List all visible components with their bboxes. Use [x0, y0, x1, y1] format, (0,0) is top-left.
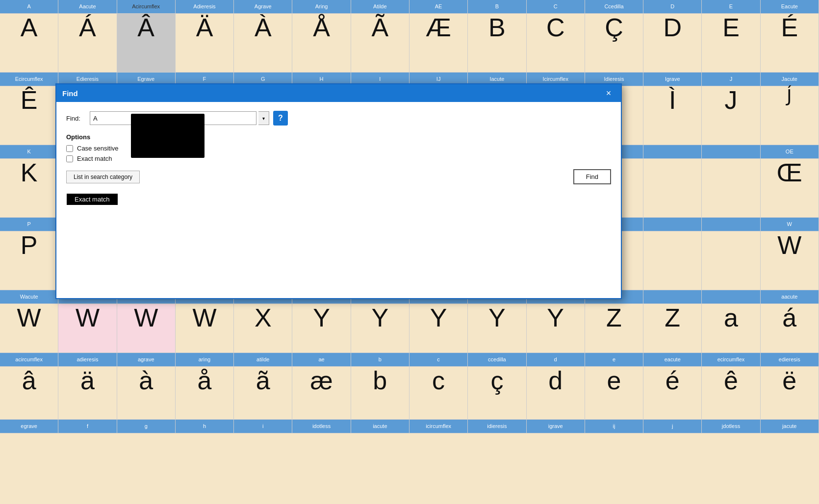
col-header-adieresis[interactable]: adieresis — [58, 353, 117, 367]
exact-match-checkbox[interactable] — [66, 155, 73, 162]
cell-edieresis-lower[interactable]: ë — [761, 367, 819, 420]
col-header-j[interactable]: j — [643, 420, 702, 433]
cell-a-lower[interactable]: a — [702, 304, 760, 353]
cell-K[interactable]: K — [0, 159, 58, 218]
find-button[interactable]: Find — [573, 169, 611, 184]
col-header-acircumflex[interactable]: acircumflex — [0, 353, 58, 367]
cell-Aring[interactable]: Å — [292, 14, 351, 73]
col-header-d[interactable]: d — [527, 353, 585, 367]
col-header-OE[interactable]: OE — [761, 145, 819, 159]
col-header-K[interactable]: K — [0, 145, 58, 159]
cell-Eacute[interactable]: É — [761, 14, 819, 73]
cell-Ecircumflex[interactable]: Ê — [0, 86, 58, 145]
cell-atilde[interactable]: ã — [234, 367, 292, 420]
cell-E[interactable]: E — [702, 14, 760, 73]
col-header-P[interactable]: P — [0, 218, 58, 231]
col-header-ccedilla[interactable]: ccedilla — [468, 353, 526, 367]
col-header-aring[interactable]: aring — [176, 353, 234, 367]
col-header-aacute[interactable]: aacute — [761, 290, 819, 304]
cell-W-pink2[interactable]: W — [117, 304, 176, 353]
col-header-Ccedilla[interactable]: Ccedilla — [585, 0, 643, 14]
find-help-button[interactable]: ? — [273, 111, 288, 126]
cell-Y1[interactable]: Y — [292, 304, 351, 353]
cell-W-pink[interactable]: W — [58, 304, 117, 353]
col-header-g[interactable]: g — [117, 420, 176, 433]
cell-OE[interactable]: Œ — [761, 159, 819, 218]
col-header-agrave[interactable]: agrave — [117, 353, 176, 367]
col-header-C[interactable]: C — [527, 0, 585, 14]
cell-Y3[interactable]: Y — [410, 304, 468, 353]
cell-Y4[interactable]: Y — [468, 304, 526, 353]
cell-Agrave[interactable]: À — [234, 14, 292, 73]
col-header-atilde[interactable]: atilde — [234, 353, 292, 367]
dialog-close-button[interactable]: × — [602, 87, 615, 100]
col-header-edieresis[interactable]: edieresis — [761, 353, 819, 367]
cell-C[interactable]: C — [527, 14, 585, 73]
col-header-idieresis[interactable]: idieresis — [468, 420, 526, 433]
col-header-A[interactable]: A — [0, 0, 58, 14]
find-dropdown-arrow[interactable]: ▾ — [258, 111, 269, 125]
cell-aacute-lower[interactable]: á — [761, 304, 819, 353]
col-header-D[interactable]: D — [643, 0, 702, 14]
cell-Jacute[interactable]: J́ — [761, 86, 819, 145]
col-header-f[interactable]: f — [58, 420, 117, 433]
col-header-jdotless[interactable]: jdotless — [702, 420, 760, 433]
cell-W3[interactable]: W — [176, 304, 234, 353]
col-header-Wacute[interactable]: Wacute — [0, 290, 58, 304]
col-header-eacute[interactable]: eacute — [643, 353, 702, 367]
col-header-igrave[interactable]: igrave — [527, 420, 585, 433]
cell-adieresis[interactable]: ä — [58, 367, 117, 420]
col-header-idotless[interactable]: idotless — [292, 420, 351, 433]
cell-ae[interactable]: æ — [292, 367, 351, 420]
cell-Acircumflex[interactable]: Â — [117, 14, 176, 73]
col-header-E[interactable]: E — [702, 0, 760, 14]
cell-D[interactable]: D — [643, 14, 702, 73]
cell-X[interactable]: X — [234, 304, 292, 353]
col-header-Agrave[interactable]: Agrave — [234, 0, 292, 14]
cell-agrave[interactable]: à — [117, 367, 176, 420]
col-header-Acircumflex[interactable]: Acircumflex — [117, 0, 176, 14]
cell-aring[interactable]: å — [176, 367, 234, 420]
cell-ecircumflex-lower[interactable]: ê — [702, 367, 760, 420]
col-header-Ecircumflex[interactable]: Ecircumflex — [0, 73, 58, 86]
col-header-Igrave[interactable]: Igrave — [643, 73, 702, 86]
col-header-ae[interactable]: ae — [292, 353, 351, 367]
cell-B[interactable]: B — [468, 14, 526, 73]
col-header-egrave[interactable]: egrave — [0, 420, 58, 433]
cell-c[interactable]: c — [410, 367, 468, 420]
col-header-Jacute[interactable]: Jacute — [761, 73, 819, 86]
cell-Z1[interactable]: Z — [585, 304, 643, 353]
cell-Y5[interactable]: Y — [527, 304, 585, 353]
col-header-Aring[interactable]: Aring — [292, 0, 351, 14]
col-header-Aacute[interactable]: Aacute — [58, 0, 117, 14]
cell-Aacute[interactable]: Á — [58, 14, 117, 73]
cell-Atilde[interactable]: Ã — [351, 14, 410, 73]
col-header-ecircumflex[interactable]: ecircumflex — [702, 353, 760, 367]
col-header-jacute[interactable]: jacute — [761, 420, 819, 433]
cell-Igrave[interactable]: Ì — [643, 86, 702, 145]
col-header-c[interactable]: c — [410, 353, 468, 367]
cell-J[interactable]: J — [702, 86, 760, 145]
cell-P[interactable]: P — [0, 231, 58, 290]
col-header-J[interactable]: J — [702, 73, 760, 86]
col-header-i[interactable]: i — [234, 420, 292, 433]
cell-Adieresis[interactable]: Ä — [176, 14, 234, 73]
cell-A[interactable]: A — [0, 14, 58, 73]
col-header-h[interactable]: h — [176, 420, 234, 433]
cell-e[interactable]: e — [585, 367, 643, 420]
col-header-AE[interactable]: AE — [410, 0, 468, 14]
col-header-Eacute[interactable]: Eacute — [761, 0, 819, 14]
cell-d[interactable]: d — [527, 367, 585, 420]
cell-W[interactable]: W — [761, 231, 819, 290]
col-header-icircumflex[interactable]: icircumflex — [410, 420, 468, 433]
list-search-button[interactable]: List in search category — [66, 171, 140, 183]
cell-b[interactable]: b — [351, 367, 410, 420]
col-header-ij[interactable]: ij — [585, 420, 643, 433]
cell-Ccedilla[interactable]: Ç — [585, 14, 643, 73]
cell-Wacute[interactable]: W — [0, 304, 58, 353]
case-sensitive-checkbox[interactable] — [66, 145, 73, 152]
col-header-B[interactable]: B — [468, 0, 526, 14]
cell-eacute-lower[interactable]: é — [643, 367, 702, 420]
cell-ccedilla-lower[interactable]: ç — [468, 367, 526, 420]
cell-acircumflex[interactable]: â — [0, 367, 58, 420]
